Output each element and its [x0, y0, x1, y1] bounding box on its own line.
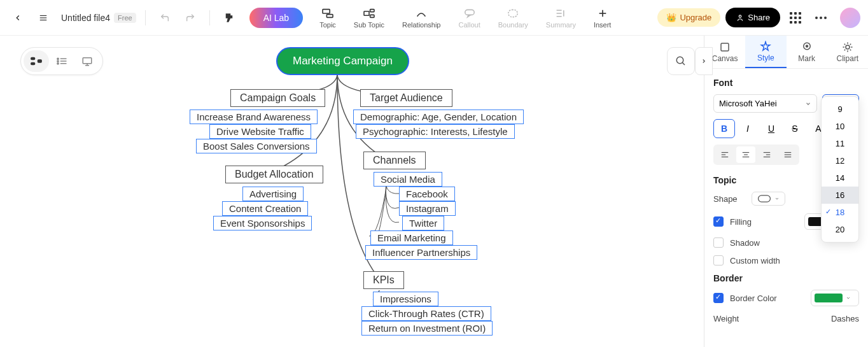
strike-button[interactable]: S [784, 119, 806, 138]
border-color-label: Border Color [730, 294, 777, 303]
redo-button[interactable] [180, 8, 200, 28]
canvas[interactable]: Marketing Campaign Campaign Goals Increa… [0, 36, 704, 347]
node-leaf[interactable]: Social Media [374, 172, 442, 187]
weight-label: Weight [713, 314, 739, 323]
node-branch[interactable]: Budget Allocation [225, 166, 323, 183]
node-branch[interactable]: KPIs [363, 271, 404, 289]
top-toolbar: Untitled file4 Free AI Lab Topic Sub Top… [0, 0, 868, 36]
svg-rect-6 [370, 9, 374, 11]
user-avatar[interactable] [840, 8, 860, 28]
node-leaf[interactable]: Return on Investment (ROI) [361, 321, 493, 336]
tool-topic[interactable]: Topic [313, 7, 342, 29]
apps-button[interactable] [785, 8, 806, 28]
ai-lab-button[interactable]: AI Lab [249, 8, 303, 28]
node-leaf[interactable]: Demographic: Age, Gender, Location [353, 110, 524, 124]
view-mindmap-icon[interactable] [24, 50, 49, 72]
align-right-button[interactable] [757, 146, 776, 163]
node-branch[interactable]: Channels [363, 152, 426, 169]
view-present-icon[interactable] [74, 50, 100, 72]
node-leaf[interactable]: Impressions [373, 292, 438, 306]
file-title[interactable]: Untitled file4 Free [61, 13, 136, 23]
tab-mark[interactable]: Mark [787, 36, 827, 68]
node-leaf[interactable]: Influencer Partnerships [365, 245, 477, 260]
shape-label: Shape [713, 194, 745, 204]
node-leaf[interactable]: Instagram [399, 201, 456, 216]
svg-line-32 [682, 62, 685, 65]
align-center-button[interactable] [736, 146, 755, 163]
node-leaf[interactable]: Content Creation [222, 201, 308, 216]
undo-button[interactable] [155, 8, 175, 28]
node-leaf[interactable]: Psychographic: Interests, Lifestyle [356, 124, 515, 139]
node-leaf[interactable]: Twitter [402, 216, 444, 230]
view-mode-toggle [20, 47, 103, 75]
filling-label: Filling [730, 217, 752, 227]
size-option[interactable]: 14 [822, 169, 858, 187]
crown-icon: 👑 [666, 13, 676, 22]
chevron-down-icon [774, 196, 780, 201]
share-button[interactable]: Share [725, 8, 780, 27]
tab-style[interactable]: Style [745, 36, 786, 68]
tool-insert[interactable]: Insert [587, 7, 618, 29]
menu-button[interactable] [33, 8, 53, 28]
size-option[interactable]: 11 [822, 135, 858, 152]
size-option[interactable]: 18 [822, 204, 858, 221]
plan-badge: Free [114, 13, 136, 23]
underline-button[interactable]: U [760, 119, 782, 138]
format-painter-button[interactable] [219, 8, 239, 28]
svg-rect-33 [721, 43, 729, 51]
view-outline-icon[interactable] [49, 50, 74, 72]
tab-clipart[interactable]: Clipart [827, 36, 868, 68]
upgrade-button[interactable]: 👑Upgrade [657, 8, 720, 27]
tool-callout[interactable]: Callout [452, 7, 487, 29]
node-leaf[interactable]: Increase Brand Awareness [190, 110, 318, 124]
shape-select[interactable] [752, 192, 785, 206]
shadow-checkbox[interactable] [713, 237, 724, 248]
tool-boundary[interactable]: Boundary [492, 7, 535, 29]
back-button[interactable] [8, 8, 28, 28]
style-panel: Canvas Style Mark Clipart Font Microsoft… [704, 36, 868, 347]
size-option[interactable]: 20 [822, 221, 858, 238]
bold-button[interactable]: B [713, 119, 735, 138]
svg-point-22 [57, 58, 59, 59]
node-branch[interactable]: Campaign Goals [230, 89, 325, 107]
svg-rect-49 [759, 195, 771, 202]
node-leaf[interactable]: Advertising [242, 187, 304, 201]
node-leaf[interactable]: Click-Through Rates (CTR) [361, 306, 491, 321]
filling-checkbox[interactable] [713, 216, 724, 227]
panel-tabs: Canvas Style Mark Clipart [704, 36, 868, 69]
node-branch[interactable]: Target Audience [360, 89, 452, 107]
italic-button[interactable]: I [737, 119, 759, 138]
more-button[interactable] [811, 8, 831, 28]
svg-point-31 [676, 57, 683, 64]
node-leaf[interactable]: Drive Website Traffic [209, 124, 311, 139]
shadow-label: Shadow [730, 238, 760, 248]
align-left-button[interactable] [715, 146, 734, 163]
node-leaf[interactable]: Boost Sales Conversions [196, 139, 317, 153]
custom-width-label: Custom width [730, 256, 780, 266]
tool-summary[interactable]: Summary [540, 7, 582, 29]
size-option[interactable]: 10 [822, 118, 858, 135]
border-color-checkbox[interactable] [713, 293, 724, 303]
svg-rect-19 [31, 57, 35, 60]
align-justify-button[interactable] [778, 146, 797, 163]
tool-relationship[interactable]: Relationship [396, 7, 447, 29]
svg-rect-20 [31, 62, 35, 65]
node-leaf[interactable]: Email Marketing [370, 230, 453, 245]
size-option[interactable]: 16 [822, 187, 858, 204]
svg-rect-28 [83, 58, 92, 64]
node-root[interactable]: Marketing Campaign [276, 47, 409, 75]
font-family-select[interactable]: Microsoft YaHei [713, 94, 817, 113]
panel-collapse-button[interactable] [695, 47, 713, 75]
size-option[interactable]: 12 [822, 152, 858, 169]
custom-width-checkbox[interactable] [713, 255, 724, 266]
dashes-label: Dashes [831, 314, 859, 323]
chevron-down-icon [805, 101, 811, 107]
size-option[interactable]: 9 [822, 101, 858, 118]
border-color-picker[interactable] [811, 290, 859, 306]
svg-point-17 [820, 17, 822, 19]
svg-rect-21 [38, 59, 42, 62]
node-leaf[interactable]: Event Sponsorships [213, 216, 312, 230]
tool-subtopic[interactable]: Sub Topic [347, 7, 391, 29]
search-button[interactable] [667, 47, 695, 75]
node-leaf[interactable]: Facebook [399, 187, 455, 201]
